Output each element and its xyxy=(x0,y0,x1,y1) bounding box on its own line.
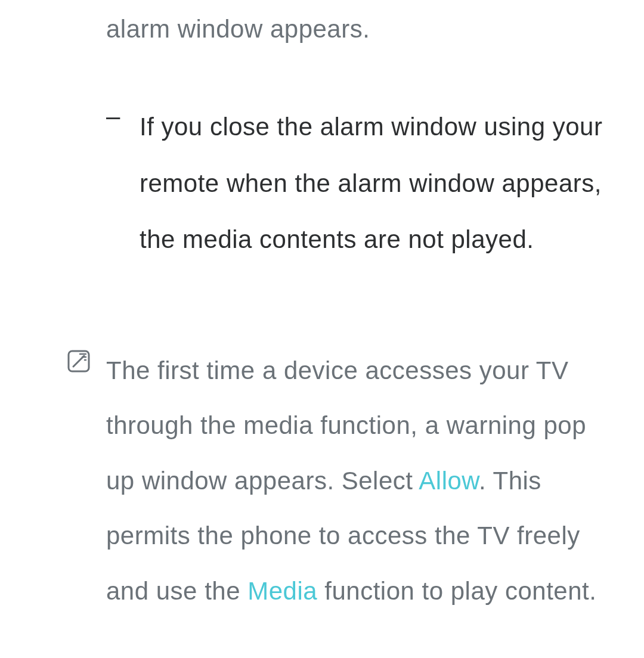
sub-bullet: – If you close the alarm window using yo… xyxy=(106,99,620,268)
allow-label: Allow xyxy=(419,467,479,495)
document-page: alarm window appears. – If you close the… xyxy=(0,0,644,658)
note-text: The first time a device accesses your TV… xyxy=(106,343,620,619)
note-icon xyxy=(67,349,91,373)
sub-bullet-text: If you close the alarm window using your… xyxy=(140,99,620,268)
note-block: The first time a device accesses your TV… xyxy=(67,343,620,619)
note-part3: function to play content. xyxy=(317,577,596,605)
fragment-line: alarm window appears. xyxy=(106,12,620,47)
dash-bullet: – xyxy=(106,99,120,134)
media-label: Media xyxy=(247,577,317,605)
